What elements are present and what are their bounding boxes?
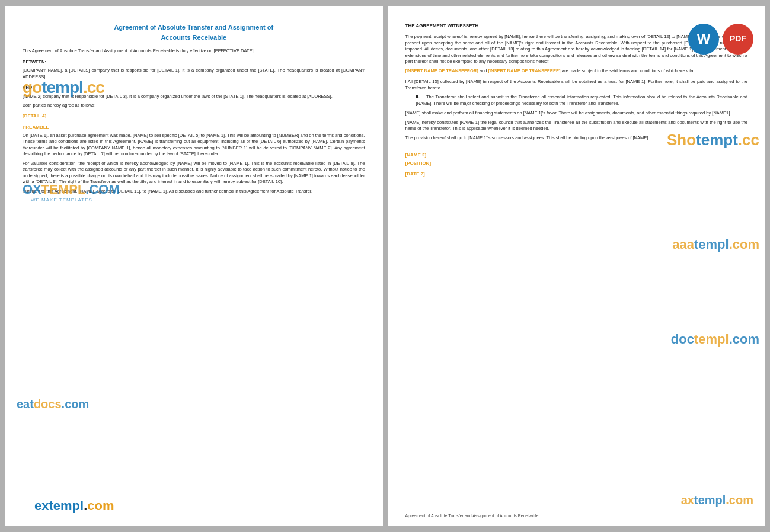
both-parties: Both parties hereby agree as follows: [23, 102, 365, 109]
insert-transferor: [INSERT NAME OF TRANSFEROR] [405, 68, 478, 73]
watermark-shotempt: Shotempt.cc [667, 129, 759, 150]
insert-transferee: [INSERT NAME OF TRANSFEREE] [488, 68, 561, 73]
pages-container: gotempl.cc OXTEMPL.COM WE MAKE TEMPLATES… [0, 0, 770, 532]
sig-name: [NAME 2] [405, 152, 748, 158]
sig-position: [POSITION] [405, 160, 748, 166]
watermark-aaatempl: aaatempl.com [672, 236, 759, 254]
word-badge: W [688, 24, 719, 55]
left-page: gotempl.cc OXTEMPL.COM WE MAKE TEMPLATES… [5, 6, 383, 526]
preamble-label: PREAMBLE [23, 124, 365, 130]
watermark-extempl: extempl.com [34, 497, 114, 515]
intro-text: This Agreement of Absolute Transfer and … [23, 48, 365, 55]
pdf-badge: PDF [723, 24, 753, 55]
right-page: W PDF Shotempt.cc aaatempl.com doctempl.… [388, 6, 766, 526]
watermark-eatdocs: eatdocs.com [17, 396, 89, 412]
right-para3: I.All [DETAIL 15] collected by [NAME] in… [405, 79, 748, 91]
right-para5: [NAME] shall make and perform all financ… [405, 110, 748, 117]
right-footer: Agreement of Absolute Transfer and Assig… [405, 513, 748, 519]
watermark-doctempl: doctempl.com [671, 331, 759, 349]
watermark-gotempl: gotempl.cc [23, 76, 104, 99]
signature-block: [NAME 2] [POSITION] [DATE 2] [405, 152, 748, 177]
between-label: BETWEEN: [23, 59, 365, 66]
watermark-oxtempl-sub: WE MAKE TEMPLATES [31, 197, 92, 203]
right-para2: [INSERT NAME OF TRANSFEROR] and [INSERT … [405, 68, 748, 75]
wp-badges: W PDF [688, 24, 753, 55]
sig-date: [DATE 2] [405, 171, 748, 177]
detail4: [DETAIL 4] [23, 113, 365, 119]
right-para4: II. The Transferor shall select and subm… [416, 94, 748, 107]
preamble-text: On [DATE 1], an asset purchase agreement… [23, 133, 365, 158]
page-title: Agreement of Absolute Transfer and Assig… [23, 23, 365, 42]
watermark-axtempl: axtempl.com [681, 492, 753, 508]
para4-label: II. [416, 94, 420, 100]
